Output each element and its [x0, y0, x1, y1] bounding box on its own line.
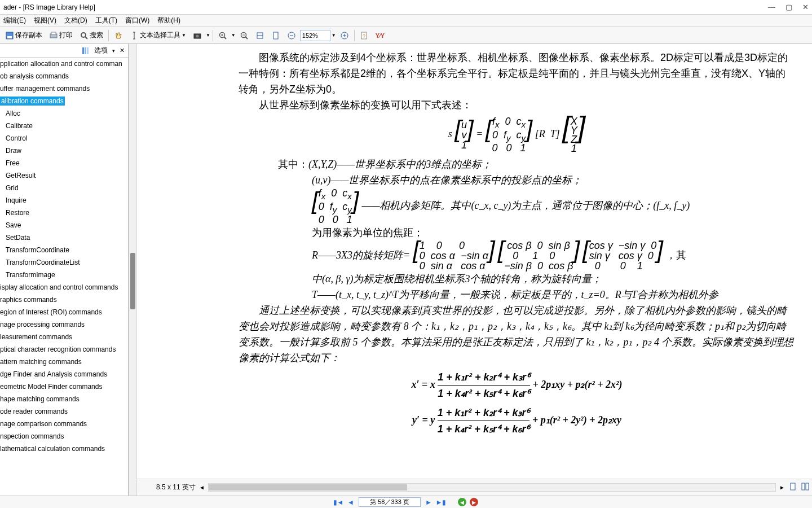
menu-window[interactable]: 窗口(W)	[125, 16, 149, 25]
svg-point-4	[81, 33, 86, 37]
vertical-scrollbar[interactable]	[129, 44, 137, 496]
tree-item[interactable]: TransformCoordinateList	[0, 256, 128, 269]
tree-item[interactable]: Grid	[0, 182, 128, 194]
forward-button[interactable]: ►	[470, 498, 478, 506]
tree-item[interactable]: leasurement commands	[0, 331, 128, 343]
help-button[interactable]: ?	[357, 29, 372, 42]
zoom-out-button[interactable]	[237, 29, 251, 42]
tree-item[interactable]: Calibrate	[0, 120, 128, 132]
prev-page-button[interactable]: ◄	[346, 498, 355, 507]
dropdown-icon[interactable]: ▼	[231, 33, 236, 38]
tree-item[interactable]: Draw	[0, 144, 128, 157]
zoom-decrease-button[interactable]	[284, 29, 299, 42]
svg-rect-30	[87, 47, 89, 54]
tree-item[interactable]: hape matching commands	[0, 393, 128, 405]
tree-item[interactable]: nage processing commands	[0, 318, 128, 331]
close-panel-icon[interactable]: ✕	[120, 47, 125, 54]
tree-item[interactable]: Save	[0, 219, 128, 231]
search-button[interactable]: 搜索	[77, 29, 106, 42]
menu-doc[interactable]: 文档(D)	[64, 16, 87, 25]
zoom-field[interactable]	[300, 30, 330, 41]
tree-item[interactable]: Control	[0, 132, 128, 144]
next-page-button[interactable]: ►	[424, 498, 433, 507]
dropdown-icon[interactable]: ▼	[332, 33, 336, 38]
menu-view[interactable]: 视图(V)	[34, 16, 56, 25]
svg-rect-32	[802, 483, 805, 490]
page-mode-icon[interactable]	[788, 482, 797, 493]
math-formula: y′ = y 1 + k₁r² + k₂r⁴ + k₃r⁶1 + k₄r² + …	[239, 405, 795, 437]
tree-item[interactable]: Alloc	[0, 107, 128, 120]
last-page-button[interactable]: ►▮	[436, 498, 445, 507]
tree-item[interactable]: Inquire	[0, 194, 128, 207]
back-button[interactable]: ◄	[458, 498, 466, 506]
tree-item[interactable]: TransformCoordinate	[0, 244, 128, 256]
svg-line-14	[224, 37, 226, 39]
doc-paragraph: 从世界坐标到像素坐标的变换可以用下式表述：	[239, 97, 795, 113]
tree-item[interactable]: Free	[0, 157, 128, 169]
document-view[interactable]: 图像系统的标定涉及到4个坐标系：世界坐标系、相机坐标系、图像坐标系、像素坐标系。…	[137, 44, 812, 479]
fit-width-button[interactable]	[253, 29, 267, 42]
svg-rect-33	[806, 483, 809, 490]
options-label[interactable]: 选项	[94, 46, 108, 55]
tree-item[interactable]: GetResult	[0, 169, 128, 182]
sidebar: 选项 ▾ ✕ pplication allocation and control…	[0, 44, 129, 496]
tree-item[interactable]: pplication allocation and control comman	[0, 58, 128, 70]
tree-item[interactable]: alibration commands	[0, 95, 128, 107]
zoom-increase-button[interactable]	[337, 29, 352, 42]
page-size-label: 8.5 x 11 英寸	[156, 483, 196, 492]
save-copy-label: 保存副本	[15, 30, 42, 40]
tree-item[interactable]: uffer management commands	[0, 82, 128, 95]
save-copy-button[interactable]: 保存副本	[2, 29, 45, 42]
tree-item[interactable]: SetData	[0, 231, 128, 244]
bookmarks-icon[interactable]	[81, 46, 90, 55]
fit-page-button[interactable]	[268, 29, 283, 42]
tree-item[interactable]: ode reader commands	[0, 405, 128, 418]
menu-help[interactable]: 帮助(H)	[157, 16, 180, 25]
page-field[interactable]	[359, 497, 421, 507]
scroll-thumb[interactable]	[130, 253, 135, 309]
doc-paragraph: (u,v)——世界坐标系中的点在像素坐标系中的投影点的坐标；	[239, 172, 795, 188]
scroll-right-arrow[interactable]: ►	[779, 484, 785, 491]
yy-button[interactable]: Y⁄Y	[373, 29, 388, 42]
horizontal-scrollbar[interactable]	[208, 483, 776, 492]
tree-item[interactable]: ptical character recognition commands	[0, 343, 128, 356]
svg-point-10	[196, 34, 198, 37]
tree-item[interactable]: attern matching commands	[0, 356, 128, 368]
dropdown-icon[interactable]: ▼	[206, 33, 210, 38]
tree-item[interactable]: dge Finder and Analysis commands	[0, 368, 128, 380]
math-formula: s [uv1] = [fx 0 cx0 fy cy0 0 1] [R T] [X…	[239, 116, 795, 153]
tree-item[interactable]: nage comparison commands	[0, 418, 128, 430]
menu-tool[interactable]: 工具(T)	[95, 16, 117, 25]
maximize-button[interactable]: ▢	[785, 3, 792, 11]
page-mode-icon[interactable]	[801, 482, 810, 493]
tree-item[interactable]: lathematical calculation commands	[0, 443, 128, 455]
statusbar: ▮◄ ◄ ► ►▮ ◄ ►	[0, 496, 812, 508]
bookmarks-tree[interactable]: pplication allocation and control comman…	[0, 58, 128, 496]
hand-tool-button[interactable]	[111, 29, 126, 42]
tree-item[interactable]: ob analysis commands	[0, 70, 128, 82]
scroll-thumb[interactable]	[209, 484, 407, 491]
zoom-in-button[interactable]	[215, 29, 230, 42]
snapshot-button[interactable]	[190, 29, 205, 42]
print-icon	[49, 31, 58, 40]
tree-item[interactable]: Restore	[0, 207, 128, 219]
tree-item[interactable]: eometric Model Finder commands	[0, 380, 128, 393]
search-label: 搜索	[90, 30, 103, 40]
text-select-button[interactable]: 文本选择工具 ▼	[127, 29, 189, 42]
scroll-left-arrow[interactable]: ◄	[199, 484, 205, 491]
close-button[interactable]: ✕	[802, 3, 809, 11]
doc-paragraph: [fx 0 cx0 fy cy0 0 1] ——相机内参矩阵。其中(c_x, c…	[239, 188, 795, 225]
text-select-label: 文本选择工具	[140, 30, 180, 40]
tree-item[interactable]: TransformImage	[0, 269, 128, 281]
tree-item[interactable]: raphics commands	[0, 294, 128, 306]
print-button[interactable]: 打印	[46, 29, 76, 42]
dropdown-icon[interactable]: ▾	[112, 48, 115, 54]
window-title: ader - [RS Image Library Help]	[3, 3, 95, 11]
first-page-button[interactable]: ▮◄	[334, 498, 343, 507]
tree-item[interactable]: isplay allocation and control commands	[0, 281, 128, 294]
text-cursor-icon	[130, 31, 139, 40]
tree-item[interactable]: egion of Interest (ROI) commands	[0, 306, 128, 318]
tree-item[interactable]: nspection commands	[0, 430, 128, 443]
minimize-button[interactable]: —	[768, 3, 775, 11]
menu-edit[interactable]: 编辑(E)	[3, 16, 26, 25]
